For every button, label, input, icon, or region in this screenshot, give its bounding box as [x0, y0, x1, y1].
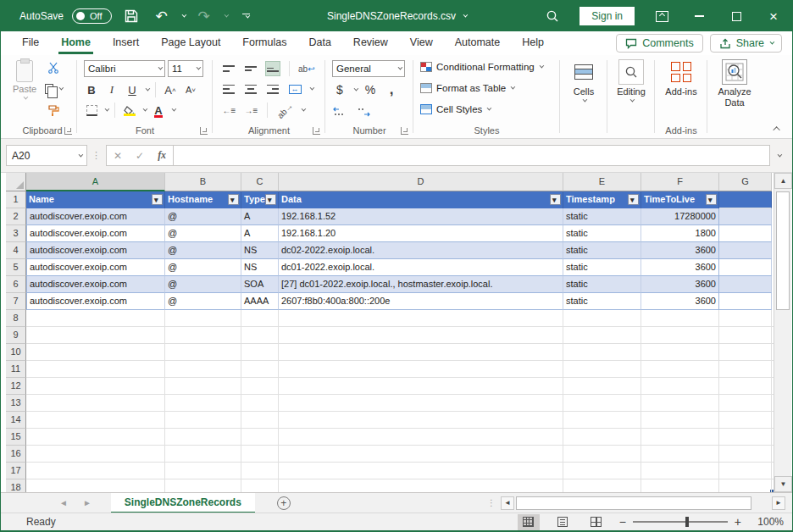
- number-dialog-launcher[interactable]: [401, 127, 408, 135]
- increase-font-size-button[interactable]: A˄: [163, 82, 178, 97]
- format-painter-button[interactable]: [45, 103, 62, 118]
- wrap-text-button[interactable]: ab↩: [298, 61, 315, 76]
- empty-cells-area[interactable]: [26, 310, 774, 492]
- customize-quick-access-toolbar-button[interactable]: [236, 5, 258, 27]
- cell[interactable]: [719, 276, 772, 293]
- cell[interactable]: 1800: [641, 225, 719, 242]
- vertical-scrollbar[interactable]: ▲ ▼: [774, 173, 791, 492]
- tab-page-layout[interactable]: Page Layout: [150, 31, 231, 55]
- font-dialog-launcher[interactable]: [200, 127, 208, 135]
- cell[interactable]: 3600: [641, 276, 719, 293]
- align-left-button[interactable]: [221, 81, 236, 97]
- header-cell-name[interactable]: Name: [26, 191, 165, 208]
- tab-formulas[interactable]: Formulas: [231, 31, 297, 55]
- page-break-preview-button[interactable]: [585, 514, 607, 530]
- increase-decimal-button[interactable]: [332, 104, 347, 119]
- comma-style-button[interactable]: ,: [384, 82, 399, 97]
- previous-sheet-arrow-icon[interactable]: ◄: [52, 498, 75, 507]
- share-button[interactable]: Share: [710, 34, 782, 53]
- cell[interactable]: static: [563, 242, 641, 259]
- addins-button[interactable]: Add-ins: [655, 59, 707, 97]
- close-button[interactable]: ×: [755, 1, 792, 31]
- sheet-tab-singlednszonerecords[interactable]: SingleDNSZoneRecords: [111, 493, 255, 513]
- tab-help[interactable]: Help: [511, 31, 555, 55]
- maximize-button[interactable]: [718, 1, 755, 31]
- column-header-c[interactable]: C: [241, 173, 279, 191]
- filter-icon[interactable]: [628, 194, 639, 205]
- filter-icon[interactable]: [265, 194, 276, 205]
- row-header-3[interactable]: 3: [6, 225, 26, 242]
- cell[interactable]: @: [165, 276, 241, 293]
- cut-button[interactable]: [45, 60, 62, 75]
- zoom-out-button[interactable]: −: [619, 516, 626, 528]
- cell[interactable]: 3600: [641, 242, 719, 259]
- cell-g1[interactable]: [719, 191, 772, 208]
- column-header-d[interactable]: D: [279, 173, 563, 191]
- cell[interactable]: autodiscover.exoip.com: [26, 259, 165, 276]
- undo-button[interactable]: ↶: [151, 5, 173, 27]
- scroll-left-arrow-icon[interactable]: ◄: [501, 496, 514, 510]
- underline-chevron-icon[interactable]: [146, 86, 151, 91]
- cell[interactable]: [719, 208, 772, 225]
- alignment-dialog-launcher[interactable]: [313, 127, 320, 135]
- decrease-indent-button[interactable]: ←≡: [221, 103, 236, 118]
- cell[interactable]: A: [241, 208, 279, 225]
- cell[interactable]: @: [165, 208, 241, 225]
- bold-button[interactable]: B: [84, 82, 99, 97]
- format-as-table-button[interactable]: Format as Table: [420, 83, 513, 93]
- cell[interactable]: static: [563, 225, 641, 242]
- cell[interactable]: autodiscover.exoip.com: [26, 225, 165, 242]
- horizontal-scrollbar-thumb[interactable]: [516, 496, 751, 510]
- fill-color-chevron-icon[interactable]: [143, 107, 148, 112]
- borders-chevron-icon[interactable]: [105, 107, 110, 112]
- zoom-in-button[interactable]: +: [735, 516, 741, 528]
- row-header-11[interactable]: 11: [6, 361, 26, 378]
- comments-button[interactable]: Comments: [616, 34, 702, 53]
- cell[interactable]: NS: [241, 242, 279, 259]
- filter-icon[interactable]: [550, 194, 561, 205]
- formula-bar-splitter[interactable]: ⋮: [87, 150, 106, 161]
- filter-icon[interactable]: [228, 194, 239, 205]
- confirm-entry-button[interactable]: ✓: [136, 150, 144, 162]
- formula-input[interactable]: [174, 145, 770, 166]
- cell[interactable]: NS: [241, 259, 279, 276]
- status-mode[interactable]: Ready: [1, 516, 56, 528]
- cell[interactable]: dc01-2022.exoip.local.: [279, 259, 563, 276]
- zoom-level[interactable]: 100%: [753, 516, 784, 528]
- align-middle-button[interactable]: [243, 61, 258, 76]
- undo-menu-chevron-icon[interactable]: [181, 13, 186, 18]
- row-header-7[interactable]: 7: [6, 293, 26, 310]
- clipboard-dialog-launcher[interactable]: [64, 127, 72, 135]
- tab-view[interactable]: View: [399, 31, 444, 55]
- align-bottom-button[interactable]: [265, 61, 280, 76]
- paste-button[interactable]: Paste: [13, 60, 36, 100]
- row-header-2[interactable]: 2: [6, 208, 26, 225]
- row-header-4[interactable]: 4: [6, 242, 26, 259]
- header-cell-timetolive[interactable]: TimeToLive: [641, 191, 719, 208]
- column-header-e[interactable]: E: [563, 173, 641, 191]
- ribbon-display-options-button[interactable]: [643, 1, 680, 31]
- row-header-13[interactable]: 13: [6, 395, 26, 412]
- cell[interactable]: 3600: [641, 259, 719, 276]
- cell[interactable]: [719, 225, 772, 242]
- cell[interactable]: A: [241, 225, 279, 242]
- cell[interactable]: static: [563, 208, 641, 225]
- minimize-button[interactable]: [680, 1, 718, 31]
- cell[interactable]: static: [563, 276, 641, 293]
- row-header-17[interactable]: 17: [6, 463, 26, 479]
- orientation-button[interactable]: ab→: [276, 103, 294, 118]
- collapse-ribbon-chevron-icon[interactable]: [773, 126, 779, 133]
- header-cell-timestamp[interactable]: Timestamp: [563, 191, 641, 208]
- cell[interactable]: 3600: [641, 293, 719, 310]
- accounting-format-button[interactable]: $: [332, 82, 347, 97]
- cell[interactable]: @: [165, 242, 241, 259]
- page-layout-view-button[interactable]: [552, 514, 574, 530]
- align-right-button[interactable]: [265, 81, 280, 97]
- percent-style-button[interactable]: %: [363, 82, 378, 97]
- merge-center-button[interactable]: ↔: [287, 81, 302, 97]
- tab-file[interactable]: File: [11, 31, 50, 55]
- number-format-combobox[interactable]: General: [332, 60, 405, 77]
- column-header-a[interactable]: A: [26, 173, 165, 191]
- select-all-corner[interactable]: [6, 173, 26, 191]
- align-center-button[interactable]: [243, 81, 258, 97]
